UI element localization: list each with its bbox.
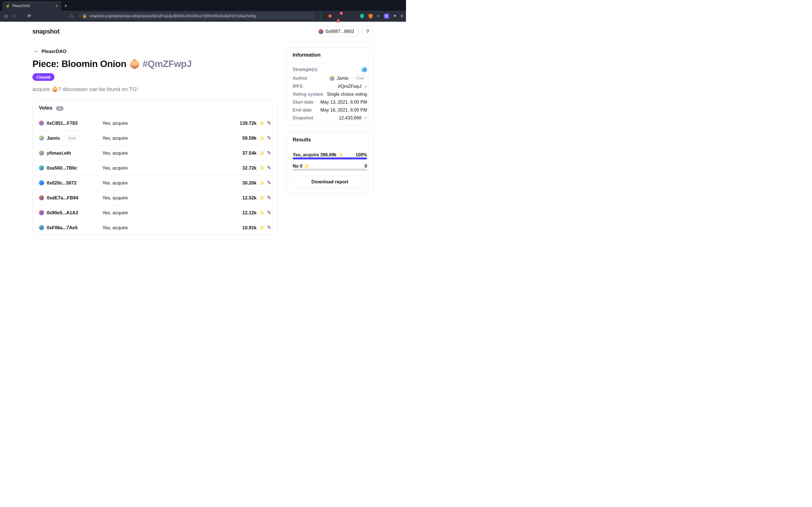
sparkle-icon: ✨ <box>259 121 265 126</box>
vote-amount: 10.91k✨✎ <box>243 224 271 231</box>
signature-icon[interactable]: ✎ <box>267 165 271 171</box>
ipfs-link[interactable]: #QmZFwpJ ↗ <box>338 84 367 89</box>
wallet-address: 0x9887...9903 <box>326 29 354 34</box>
votes-card: Votes 15 0xC851...F783Yes, acquire139.72… <box>33 100 278 235</box>
signature-icon[interactable]: ✎ <box>267 150 271 156</box>
signature-icon[interactable]: ✎ <box>267 194 271 201</box>
wallet-button[interactable]: 0x9887...9903 <box>313 26 359 37</box>
metamask-icon[interactable] <box>368 14 373 18</box>
voter-name: 0x020c...5872 <box>47 180 77 186</box>
voter-link[interactable]: JamisCore <box>39 135 102 141</box>
extension-k-icon[interactable]: K <box>384 13 389 18</box>
snapshot-link[interactable]: 12,433,668 ↗ <box>339 115 367 121</box>
back-icon[interactable]: ◁ <box>3 13 8 18</box>
info-value: May 16, 2021, 6:00 PM <box>320 108 367 113</box>
bolt-icon: ⚡ <box>6 4 10 8</box>
brave-rewards-icon[interactable]: 1 <box>336 13 341 18</box>
reload-icon[interactable]: ⟳ <box>27 13 32 18</box>
content: ← PleasrDAO Piece: Bloomin Onion 🧅 #QmZF… <box>0 42 406 235</box>
help-label: ? <box>366 29 369 35</box>
main-column: ← PleasrDAO Piece: Bloomin Onion 🧅 #QmZF… <box>33 47 278 235</box>
info-heading: Information <box>287 48 373 63</box>
votes-list: 0xC851...F783Yes, acquire139.72k✨✎JamisC… <box>33 116 277 235</box>
signature-icon[interactable]: ✎ <box>267 135 271 141</box>
voter-avatar <box>39 121 44 126</box>
site-logo[interactable]: snapshot <box>33 28 59 35</box>
info-label: Snapshot <box>293 115 313 121</box>
results-body: Yes, acquire 396.69k ✨ 100% No 0 ✨ 0 <box>287 148 373 193</box>
core-badge: Core <box>65 135 79 141</box>
voter-link[interactable]: 0xa560...7B6c <box>39 165 102 171</box>
info-label: Voting system <box>293 92 323 97</box>
author-link[interactable]: Jamis Core <box>329 75 367 81</box>
back-link[interactable]: ← PleasrDAO <box>33 47 66 58</box>
voter-name: 0xa560...7B6c <box>47 165 77 171</box>
vote-choice: Yes, acquire <box>102 195 243 201</box>
download-report-button[interactable]: Download report <box>293 176 367 188</box>
url-text: snapshot.org/#/pleasrdao.eth/proposal/Qm… <box>90 14 256 18</box>
strategy-icon[interactable]: ✦ <box>361 67 367 72</box>
vote-choice: Yes, acquire <box>102 151 243 156</box>
info-label: Author <box>293 76 307 81</box>
vote-choice: Yes, acquire <box>102 180 243 186</box>
vote-choice: Yes, acquire <box>102 225 243 230</box>
voter-link[interactable]: 0x020c...5872 <box>39 180 102 186</box>
vote-choice: Yes, acquire <box>102 135 243 141</box>
voter-name: 0xdE7a...FB94 <box>47 195 79 201</box>
voter-link[interactable]: 0xdE7a...FB94 <box>39 195 102 201</box>
voter-link[interactable]: yfimaxi.eth <box>39 151 102 156</box>
page: snapshot 0x9887...9903 ? ← PleasrDAO Pie… <box>0 22 406 253</box>
signature-icon[interactable]: ✎ <box>267 210 271 216</box>
external-link-icon: ↗ <box>364 84 367 89</box>
close-tab-icon[interactable]: × <box>56 4 58 8</box>
forward-icon[interactable]: ▷ <box>12 13 17 18</box>
browser-toolbar: ◁ ▷ ⟳ ☖ 🔒 snapshot.org/#/pleasrdao.eth/p… <box>0 11 406 22</box>
vote-row: 0xa560...7B6cYes, acquire32.72k✨✎ <box>33 161 277 175</box>
extensions-puzzle-icon[interactable]: ✦ <box>393 13 397 18</box>
help-button[interactable]: ? <box>362 25 373 38</box>
result-bar <box>293 158 367 159</box>
voter-avatar <box>39 135 44 140</box>
signature-icon[interactable]: ✎ <box>267 180 271 186</box>
new-tab-button[interactable]: + <box>61 1 70 11</box>
info-row-strategies: Strategie(s) ✦ <box>293 67 367 72</box>
site-header: snapshot 0x9887...9903 ? <box>0 22 406 42</box>
wallet-avatar <box>318 29 323 34</box>
signature-icon[interactable]: ✎ <box>267 120 271 126</box>
voter-name: 0x90e5...A1A3 <box>47 210 78 216</box>
brave-shield-icon[interactable]: ⬢ <box>328 13 332 18</box>
author-name: Jamis <box>337 76 349 81</box>
proposal-title-text: Piece: Bloomin Onion 🧅 <box>33 59 143 69</box>
result-label: No 0 <box>293 164 303 168</box>
bookmark-icon[interactable]: ☖ <box>68 13 75 18</box>
extension-icon[interactable] <box>360 14 364 18</box>
voter-link[interactable]: 0xC851...F783 <box>39 121 102 126</box>
toolbar-separator: | <box>319 13 321 18</box>
signature-icon[interactable]: ✎ <box>267 224 271 231</box>
info-row-ipfs: IPFS #QmZFwpJ ↗ <box>293 84 367 89</box>
vote-amount: 59.59k✨✎ <box>243 135 271 141</box>
voter-link[interactable]: 0x90e5...A1A3 <box>39 210 102 216</box>
address-bar[interactable]: 🔒 snapshot.org/#/pleasrdao.eth/proposal/… <box>79 12 315 19</box>
vote-amount: 37.54k✨✎ <box>243 150 271 156</box>
browser-menu-icon[interactable]: ≡ <box>401 13 403 18</box>
vote-amount: 32.72k✨✎ <box>243 165 271 171</box>
votes-count-badge: 15 <box>56 106 63 111</box>
sparkle-icon: ✨ <box>259 135 265 141</box>
external-link-icon: ↗ <box>364 116 367 120</box>
voter-link[interactable]: 0xF06a...7Ae5 <box>39 225 102 230</box>
sparkle-icon: ✨ <box>304 164 309 168</box>
proposal-title-hash: #QmZFwpJ <box>143 59 192 69</box>
browser-tab[interactable]: ⚡ PleasrDAO × <box>2 1 61 11</box>
sparkle-icon: ✨ <box>259 180 265 186</box>
voter-avatar <box>39 180 44 185</box>
extension-icon[interactable]: •• <box>377 13 380 18</box>
info-row-end: End date May 16, 2021, 6:00 PM <box>293 108 367 113</box>
vote-row: 0x020c...5872Yes, acquire30.26k✨✎ <box>33 175 277 190</box>
info-label: End date <box>293 108 312 113</box>
info-row-snapshot: Snapshot 12,433,668 ↗ <box>293 115 367 121</box>
browser-extensions: ⬢ 1 •• K ✦ ≡ <box>325 13 403 18</box>
results-card: Results Yes, acquire 396.69k ✨ 100% No 0… <box>286 132 373 194</box>
vote-row: yfimaxi.ethYes, acquire37.54k✨✎ <box>33 146 277 161</box>
result-option: No 0 ✨ 0 <box>293 163 367 171</box>
